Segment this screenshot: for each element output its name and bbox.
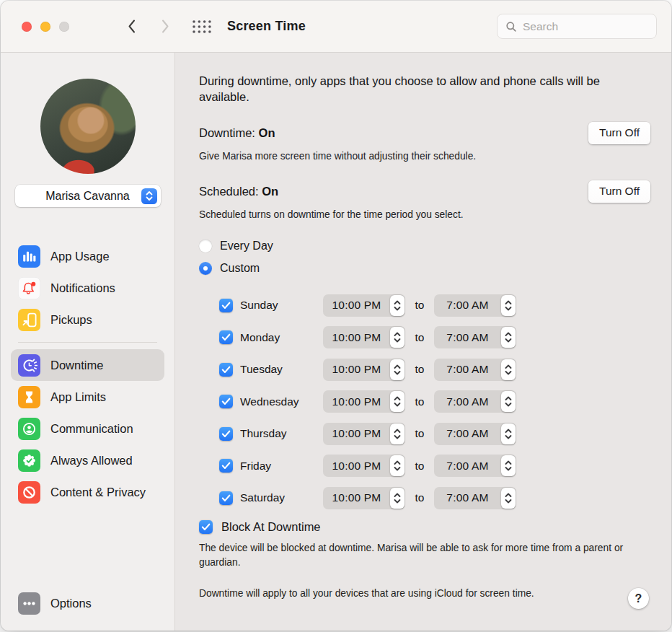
block-at-downtime-checkbox[interactable] — [199, 520, 213, 534]
day-label: Monday — [240, 331, 280, 344]
downtime-pane: During downtime, only apps that you choo… — [175, 53, 671, 631]
downtime-intro-text: During downtime, only apps that you choo… — [199, 74, 645, 105]
time-value[interactable]: 10:00 PM — [323, 460, 390, 473]
time-value[interactable]: 7:00 AM — [434, 299, 501, 312]
back-button[interactable] — [127, 19, 136, 34]
minimize-button[interactable] — [40, 22, 50, 32]
radio-button[interactable] — [199, 262, 212, 275]
always-allowed-icon — [18, 449, 40, 472]
time-value[interactable]: 7:00 AM — [434, 363, 501, 376]
time-stepper[interactable] — [390, 423, 404, 444]
screen-time-window: Screen Time Search Marisa Cavanna App Us… — [1, 1, 671, 631]
communication-icon — [18, 418, 40, 440]
to-label: to — [405, 491, 434, 504]
search-input[interactable]: Search — [497, 14, 657, 39]
scheduled-turn-off-button[interactable]: Turn Off — [588, 180, 650, 203]
time-stepper[interactable] — [501, 327, 516, 348]
sidebar-nav-options: Options — [11, 587, 164, 619]
day-checkbox[interactable] — [219, 299, 233, 312]
sidebar-item-label: Content & Privacy — [50, 486, 146, 499]
time-stepper[interactable] — [390, 455, 404, 476]
downtime-status-description: Give Marisa more screen time without adj… — [199, 151, 650, 162]
time-field-from: 10:00 PM — [323, 487, 405, 509]
user-select-dropdown[interactable]: Marisa Cavanna — [15, 185, 161, 207]
user-select-stepper-icon — [141, 188, 157, 204]
time-field-to: 7:00 AM — [434, 487, 516, 509]
time-value[interactable]: 7:00 AM — [434, 331, 501, 344]
icloud-note: Downtime will apply to all your devices … — [199, 588, 650, 599]
schedule-row-tuesday: Tuesday10:00 PMto7:00 AM — [219, 354, 650, 386]
forward-button[interactable] — [161, 19, 170, 34]
day-label: Friday — [240, 460, 271, 473]
time-stepper[interactable] — [501, 295, 516, 316]
content-privacy-icon — [18, 481, 40, 504]
zoom-button[interactable] — [59, 22, 69, 32]
block-description: The device will be blocked at downtime. … — [199, 541, 647, 569]
scheduled-status-description: Scheduled turns on downtime for the time… — [199, 209, 650, 220]
options-icon — [18, 592, 40, 615]
sidebar-item-notifications[interactable]: Notifications — [11, 272, 164, 304]
sidebar-item-always-allowed[interactable]: Always Allowed — [11, 444, 164, 476]
time-stepper[interactable] — [501, 391, 516, 412]
time-stepper[interactable] — [501, 455, 516, 476]
time-value[interactable]: 10:00 PM — [323, 427, 390, 440]
sidebar-item-pickups[interactable]: Pickups — [11, 304, 164, 335]
day-checkbox[interactable] — [219, 330, 233, 344]
time-value[interactable]: 10:00 PM — [323, 363, 390, 376]
sidebar-item-label: App Limits — [50, 390, 106, 404]
radio-option-custom: Custom — [199, 258, 650, 280]
day-checkbox[interactable] — [219, 395, 233, 408]
close-button[interactable] — [22, 22, 32, 32]
app-limits-icon — [18, 386, 40, 408]
day-label: Wednesday — [240, 395, 299, 408]
time-value[interactable]: 10:00 PM — [323, 299, 390, 312]
show-all-grid-icon[interactable] — [192, 19, 212, 34]
time-value[interactable]: 10:00 PM — [323, 331, 390, 344]
day-checkbox[interactable] — [219, 459, 233, 473]
sidebar-item-options[interactable]: Options — [11, 587, 164, 619]
time-value[interactable]: 10:00 PM — [323, 491, 390, 504]
time-stepper[interactable] — [390, 295, 404, 316]
sidebar-divider — [18, 342, 157, 343]
time-field-to: 7:00 AM — [434, 390, 516, 413]
time-value[interactable]: 7:00 AM — [434, 395, 501, 408]
time-stepper[interactable] — [390, 359, 404, 380]
radio-button[interactable] — [199, 240, 212, 253]
time-value[interactable]: 7:00 AM — [434, 491, 501, 504]
custom-schedule-list: Sunday10:00 PMto7:00 AMMonday10:00 PMto7… — [219, 289, 650, 514]
day-checkbox[interactable] — [219, 363, 233, 377]
time-value[interactable]: 7:00 AM — [434, 460, 501, 473]
day-label: Tuesday — [240, 363, 283, 376]
schedule-row-monday: Monday10:00 PMto7:00 AM — [219, 321, 650, 354]
downtime-icon — [18, 354, 40, 377]
to-label: to — [405, 395, 434, 408]
day-label: Saturday — [240, 491, 285, 504]
day-checkbox[interactable] — [219, 427, 233, 441]
to-label: to — [405, 331, 434, 344]
time-value[interactable]: 7:00 AM — [434, 427, 501, 440]
day-checkbox[interactable] — [219, 491, 233, 505]
sidebar-item-downtime[interactable]: Downtime — [11, 349, 164, 381]
sidebar-item-label: Communication — [50, 422, 133, 436]
day-label: Sunday — [240, 299, 278, 312]
time-stepper[interactable] — [501, 359, 516, 380]
time-value[interactable]: 10:00 PM — [323, 395, 390, 408]
schedule-row-wednesday: Wednesday10:00 PMto7:00 AM — [219, 385, 650, 418]
help-button[interactable]: ? — [628, 588, 649, 609]
time-stepper[interactable] — [390, 488, 404, 509]
sidebar-item-app-limits[interactable]: App Limits — [11, 381, 164, 413]
sidebar-item-communication[interactable]: Communication — [11, 413, 164, 444]
titlebar: Screen Time Search — [1, 1, 671, 53]
time-stepper[interactable] — [390, 391, 404, 412]
time-stepper[interactable] — [501, 488, 516, 509]
downtime-turn-off-button[interactable]: Turn Off — [588, 122, 650, 144]
sidebar-item-content-privacy[interactable]: Content & Privacy — [11, 476, 164, 508]
search-placeholder: Search — [523, 20, 558, 33]
sidebar-item-label: Notifications — [50, 281, 115, 295]
sidebar-item-app-usage[interactable]: App Usage — [11, 240, 164, 272]
time-field-to: 7:00 AM — [434, 294, 516, 317]
time-stepper[interactable] — [390, 327, 404, 348]
schedule-mode-radios: Every DayCustom — [199, 235, 650, 280]
schedule-row-saturday: Saturday10:00 PMto7:00 AM — [219, 482, 650, 514]
time-stepper[interactable] — [501, 423, 516, 444]
